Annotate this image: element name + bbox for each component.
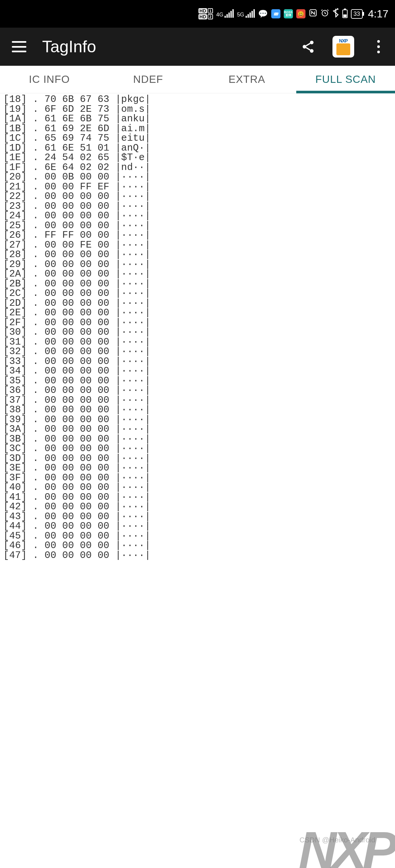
- dump-row: [2A] . 00 00 00 00 |····|: [3, 269, 392, 279]
- hd2-label: HD: [198, 14, 207, 20]
- dump-row: [44] . 00 00 00 00 |····|: [3, 522, 392, 531]
- bluetooth-icon: [333, 8, 339, 20]
- app-title: TagInfo: [42, 37, 284, 56]
- signal-4g-label: 4G: [216, 12, 223, 18]
- dump-row: [1E] . 24 54 02 65 |$T·e|: [3, 153, 392, 163]
- signal-5g-label: 5G: [237, 12, 244, 18]
- signal-5g: 5G: [237, 10, 254, 18]
- more-vert-icon: [377, 40, 380, 43]
- dump-row: [18] . 70 6B 67 63 |pkgc|: [3, 95, 392, 104]
- dump-row: [38] . 00 00 00 00 |····|: [3, 405, 392, 415]
- dump-row: [1A] . 61 6E 6B 75 |anku|: [3, 114, 392, 124]
- signal-bars-icon: [246, 10, 255, 18]
- tab-extra[interactable]: EXTRA: [198, 66, 296, 93]
- signal-4g: 4G: [216, 10, 234, 18]
- boss-app-icon: BOSS直聘: [284, 9, 293, 19]
- svg-point-3: [303, 45, 307, 49]
- dump-row: [19] . 6F 6D 2E 73 |om.s|: [3, 104, 392, 115]
- dump-row: [43] . 00 00 00 00 |····|: [3, 512, 392, 522]
- app-bar: TagInfo NXP: [0, 28, 395, 66]
- dump-row: [32] . 00 00 00 00 |····|: [3, 347, 392, 357]
- dump-row: [41] . 00 00 00 00 |····|: [3, 493, 392, 502]
- hd-indicator-stack: HD 1 HD 2: [198, 8, 213, 20]
- dump-row: [1B] . 61 69 2E 6D |ai.m|: [3, 124, 392, 134]
- dump-row: [42] . 00 00 00 00 |····|: [3, 502, 392, 512]
- dump-row: [2E] . 00 00 00 00 |····|: [3, 308, 392, 318]
- dump-row: [46] . 00 00 00 00 |····|: [3, 541, 392, 551]
- hd1-sim: 1: [208, 8, 213, 13]
- dump-row: [25] . 00 00 00 00 |····|: [3, 221, 392, 231]
- dump-row: [21] . 00 00 FF EF |····|: [3, 182, 392, 192]
- hd1-badge: HD 1: [198, 8, 213, 13]
- overflow-menu-button[interactable]: [370, 38, 387, 55]
- signal-bars-icon: [225, 10, 234, 18]
- status-clock: 4:17: [368, 8, 388, 20]
- dump-row: [3F] . 00 00 00 00 |····|: [3, 473, 392, 483]
- dump-row: [3E] . 00 00 00 00 |····|: [3, 463, 392, 473]
- app-notification-icon-2: 😃: [296, 9, 306, 19]
- dump-row: [22] . 00 00 00 00 |····|: [3, 192, 392, 202]
- dump-row: [1F] . 6E 64 02 02 |nd··|: [3, 163, 392, 173]
- nxp-watermark: NXP: [299, 834, 393, 866]
- memory-dump[interactable]: [18] . 70 6B 67 63 |pkgc|[19] . 6F 6D 2E…: [0, 93, 395, 562]
- svg-point-4: [310, 49, 314, 53]
- share-button[interactable]: [300, 38, 317, 55]
- dump-row: [31] . 00 00 00 00 |····|: [3, 337, 392, 347]
- menu-button[interactable]: [12, 41, 26, 52]
- dump-row: [26] . FF FF 00 00 |····|: [3, 230, 392, 240]
- dump-row: [36] . 00 00 00 00 |····|: [3, 386, 392, 396]
- alarm-icon: [320, 8, 329, 20]
- dump-row: [40] . 00 00 00 00 |····|: [3, 483, 392, 493]
- dump-row: [47] . 00 00 00 00 |····|: [3, 551, 392, 561]
- dump-row: [2B] . 00 00 00 00 |····|: [3, 279, 392, 289]
- dump-row: [34] . 00 00 00 00 |····|: [3, 366, 392, 376]
- dump-row: [3C] . 00 00 00 00 |····|: [3, 444, 392, 454]
- share-icon: [301, 39, 315, 54]
- hd2-sim: 2: [208, 14, 213, 20]
- dump-row: [2D] . 00 00 00 00 |····|: [3, 299, 392, 308]
- battery-percent: 33: [351, 9, 363, 19]
- hd1-label: HD: [198, 8, 207, 13]
- dump-row: [24] . 00 00 00 00 |····|: [3, 211, 392, 221]
- dump-row: [30] . 00 00 00 00 |····|: [3, 328, 392, 337]
- dump-row: [33] . 00 00 00 00 |····|: [3, 357, 392, 367]
- dump-row: [2C] . 00 00 00 00 |····|: [3, 289, 392, 299]
- tab-bar: IC INFONDEFEXTRAFULL SCAN: [0, 66, 395, 93]
- hamburger-icon: [12, 41, 26, 43]
- dump-row: [39] . 00 00 00 00 |····|: [3, 415, 392, 425]
- dump-row: [45] . 00 00 00 00 |····|: [3, 531, 392, 541]
- tab-full-scan[interactable]: FULL SCAN: [296, 66, 395, 93]
- tab-ic-info[interactable]: IC INFO: [0, 66, 99, 93]
- dump-row: [3B] . 00 00 00 00 |····|: [3, 434, 392, 444]
- hd2-badge: HD 2: [198, 14, 213, 20]
- dump-row: [37] . 00 00 00 00 |····|: [3, 396, 392, 405]
- dump-row: [3A] . 00 00 00 00 |····|: [3, 425, 392, 434]
- dump-row: [29] . 00 00 00 00 |····|: [3, 260, 392, 270]
- csdn-watermark: CSDN @Heiko-Android: [300, 836, 375, 844]
- dump-row: [3D] . 00 00 00 00 |····|: [3, 454, 392, 464]
- dump-row: [20] . 00 0B 00 00 |····|: [3, 172, 392, 182]
- app-notification-icon: 📨: [271, 9, 280, 19]
- dump-row: [28] . 00 00 00 00 |····|: [3, 250, 392, 260]
- tab-ndef[interactable]: NDEF: [99, 66, 198, 93]
- svg-point-2: [310, 41, 314, 44]
- nxp-tagwriter-button[interactable]: NXP: [333, 36, 354, 58]
- dump-row: [23] . 00 00 00 00 |····|: [3, 202, 392, 211]
- status-bar: HD 1 HD 2 4G 5G 💬 📨 BOSS直聘 😃 33 4:17: [0, 0, 395, 28]
- nxp-logo-text: NXP: [339, 38, 347, 43]
- wechat-icon: 💬: [258, 9, 268, 19]
- dump-row: [2F] . 00 00 00 00 |····|: [3, 318, 392, 328]
- dump-row: [1C] . 65 69 74 75 |eitu|: [3, 133, 392, 143]
- nfc-icon: [309, 8, 317, 20]
- dump-row: [27] . 00 00 FE 00 |····|: [3, 240, 392, 250]
- dump-row: [35] . 00 00 00 00 |····|: [3, 376, 392, 386]
- battery-level-icon: [342, 9, 347, 18]
- tag-icon: [336, 43, 350, 55]
- dump-row: [1D] . 61 6E 51 01 |anQ·|: [3, 143, 392, 153]
